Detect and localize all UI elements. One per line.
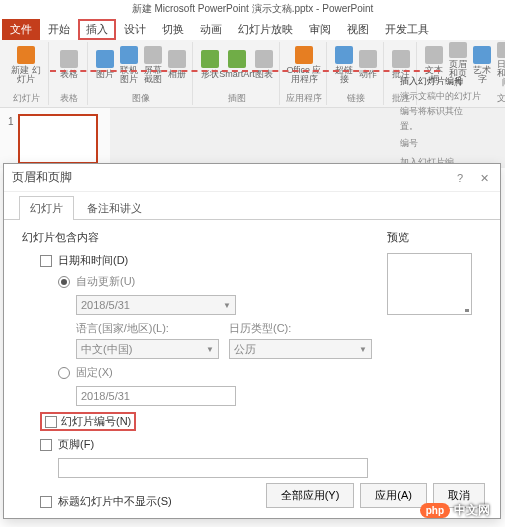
group-slides-label: 幻灯片 [13, 92, 40, 105]
slide-thumbnail-panel: 1 [0, 108, 110, 168]
fixed-label: 固定(X) [76, 365, 113, 380]
tooltip-line: 演示文稿中的幻灯片 [400, 90, 500, 103]
dialog-tabs: 幻灯片 备注和讲义 [4, 192, 500, 220]
shapes-button[interactable]: 形状 [199, 42, 221, 87]
datetime-label: 日期和时间(D) [58, 253, 128, 268]
pictures-icon [96, 50, 114, 68]
tooltip-line: 编号将标识其位 [400, 105, 500, 118]
group-links-label: 链接 [347, 92, 365, 105]
dialog-help-button[interactable]: ? [452, 170, 468, 186]
watermark: php 中文网 [420, 502, 490, 519]
apply-button[interactable]: 应用(A) [360, 483, 427, 508]
office-apps-icon [295, 46, 313, 64]
tab-slideshow[interactable]: 幻灯片放映 [230, 19, 301, 40]
tab-design[interactable]: 设计 [116, 19, 154, 40]
action-button[interactable]: 动作 [357, 42, 379, 87]
date-format-combobox[interactable]: 2018/5/31 ▼ [76, 295, 236, 315]
online-pictures-button[interactable]: 联机图片 [118, 42, 140, 87]
footer-checkbox[interactable] [40, 439, 52, 451]
date-format-value: 2018/5/31 [81, 299, 130, 311]
language-combobox[interactable]: 中文(中国) ▼ [76, 339, 219, 359]
chart-button[interactable]: 图表 [253, 42, 275, 87]
table-icon [60, 50, 78, 68]
tab-file[interactable]: 文件 [2, 19, 40, 40]
smartart-button[interactable]: SmartArt [223, 42, 251, 87]
preview-label: 预览 [387, 230, 482, 245]
album-button[interactable]: 相册 [166, 42, 188, 87]
tab-home[interactable]: 开始 [40, 19, 78, 40]
slide-number-label: 1 [8, 116, 14, 127]
tab-review[interactable]: 审阅 [301, 19, 339, 40]
group-images-label: 图像 [132, 92, 150, 105]
preview-marker [465, 309, 469, 312]
tooltip-title: 插入幻灯片编号 [400, 75, 500, 88]
content-heading: 幻灯片包含内容 [22, 230, 372, 245]
action-icon [359, 50, 377, 68]
office-apps-button[interactable]: Office 应用程序 [286, 42, 322, 87]
dont-show-title-label: 标题幻灯片中不显示(S) [58, 494, 172, 509]
dialog-tab-notes[interactable]: 备注和讲义 [76, 196, 153, 220]
header-footer-icon [449, 42, 467, 58]
tab-transitions[interactable]: 切换 [154, 19, 192, 40]
album-icon [168, 50, 186, 68]
watermark-logo: php [420, 503, 450, 518]
textbox-icon [425, 46, 443, 64]
watermark-text: 中文网 [454, 502, 490, 519]
tab-view[interactable]: 视图 [339, 19, 377, 40]
group-illustrations-label: 插图 [228, 92, 246, 105]
dialog-header: 页眉和页脚 ? ✕ [4, 164, 500, 192]
screenshot-icon [144, 46, 162, 64]
screenshot-button[interactable]: 屏幕截图 [142, 42, 164, 87]
preview-box [387, 253, 472, 315]
apply-all-button[interactable]: 全部应用(Y) [266, 483, 355, 508]
window-title: 新建 Microsoft PowerPoint 演示文稿.pptx - Powe… [0, 0, 505, 18]
tab-animations[interactable]: 动画 [192, 19, 230, 40]
group-apps-label: 应用程序 [286, 92, 322, 105]
auto-update-radio[interactable] [58, 276, 70, 288]
tab-insert[interactable]: 插入 [78, 19, 116, 40]
slide-number-checkbox-label: 幻灯片编号(N) [61, 414, 131, 429]
tooltip-line: 编号 [400, 137, 500, 150]
new-slide-icon [17, 46, 35, 64]
footer-label: 页脚(F) [58, 437, 94, 452]
language-label: 语言(国家/地区)(L): [76, 321, 219, 336]
tooltip-line: 置。 [400, 120, 500, 133]
wordart-icon [473, 46, 491, 64]
chevron-down-icon: ▼ [206, 345, 214, 354]
language-value: 中文(中国) [81, 342, 132, 357]
slide-number-checkbox[interactable] [45, 416, 57, 428]
dialog-title: 页眉和页脚 [12, 169, 72, 186]
table-button[interactable]: 表格 [55, 42, 83, 87]
date-time-icon [497, 42, 505, 58]
comment-icon [392, 50, 410, 68]
fixed-date-value: 2018/5/31 [81, 390, 130, 402]
hyperlink-button[interactable]: 超链接 [333, 42, 355, 87]
calendar-value: 公历 [234, 342, 256, 357]
smartart-icon [228, 50, 246, 68]
calendar-combobox[interactable]: 公历 ▼ [229, 339, 372, 359]
header-footer-dialog: 页眉和页脚 ? ✕ 幻灯片 备注和讲义 幻灯片包含内容 日期和时间(D) 自动更… [3, 163, 501, 519]
tab-developer[interactable]: 开发工具 [377, 19, 437, 40]
chevron-down-icon: ▼ [223, 301, 231, 310]
tooltip-panel: 插入幻灯片编号 演示文稿中的幻灯片 编号将标识其位 置。 编号 加入幻灯片编 [400, 75, 500, 171]
slide-thumbnail-1[interactable]: 1 [18, 114, 98, 164]
new-slide-button[interactable]: 新建 幻灯片 [8, 42, 44, 87]
chart-icon [255, 50, 273, 68]
fixed-radio[interactable] [58, 367, 70, 379]
dont-show-title-checkbox[interactable] [40, 496, 52, 508]
footer-input[interactable] [58, 458, 368, 478]
ribbon-tabs: 文件 开始 插入 设计 切换 动画 幻灯片放映 审阅 视图 开发工具 [0, 18, 505, 40]
pictures-button[interactable]: 图片 [94, 42, 116, 87]
hyperlink-icon [335, 46, 353, 64]
calendar-label: 日历类型(C): [229, 321, 372, 336]
auto-update-label: 自动更新(U) [76, 274, 135, 289]
datetime-checkbox[interactable] [40, 255, 52, 267]
chevron-down-icon: ▼ [359, 345, 367, 354]
online-pictures-icon [120, 46, 138, 64]
shapes-icon [201, 50, 219, 68]
annotation-arrow [50, 70, 440, 72]
group-tables-label: 表格 [60, 92, 78, 105]
dialog-close-button[interactable]: ✕ [476, 170, 492, 186]
dialog-tab-slide[interactable]: 幻灯片 [19, 196, 74, 220]
fixed-date-input[interactable]: 2018/5/31 [76, 386, 236, 406]
